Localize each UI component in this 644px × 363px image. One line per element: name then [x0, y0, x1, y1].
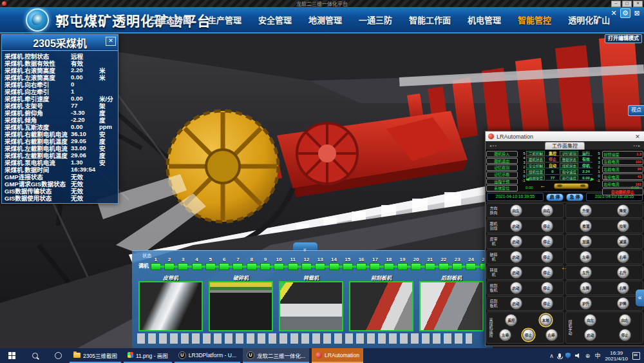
- nav-item[interactable]: 安全管理: [258, 14, 292, 26]
- support-status-cell[interactable]: 1: [149, 257, 162, 270]
- control-button-a[interactable]: 左降: [580, 282, 592, 294]
- lrautomation-close-icon[interactable]: ✕: [634, 133, 641, 140]
- support-status-cell[interactable]: 16: [354, 257, 368, 270]
- control-button-b[interactable]: 拉架: [617, 220, 629, 232]
- open-edit-mode-button[interactable]: 打开编辑模式: [605, 34, 642, 43]
- support-status-cell[interactable]: 9: [258, 257, 272, 270]
- telemetry-button[interactable]: 右截电流 96: [602, 166, 643, 173]
- stop-button[interactable]: 向右: [541, 204, 553, 217]
- control-button-b[interactable]: 护降: [617, 297, 629, 309]
- support-status-cell[interactable]: 14: [327, 257, 341, 270]
- mode-button[interactable]: 跟机投入: [486, 151, 518, 157]
- support-status-cell[interactable]: 3: [176, 257, 190, 270]
- network-globe-icon[interactable]: ⊕: [585, 353, 591, 359]
- support-status-cell[interactable]: 8: [245, 257, 258, 270]
- control-button-b[interactable]: 右牵: [617, 251, 629, 263]
- control-button-a[interactable]: 加速: [580, 235, 592, 248]
- support-status-cell[interactable]: 5: [204, 257, 217, 270]
- header-window-tool-icon[interactable]: ⊠: [632, 9, 641, 17]
- support-status-cell[interactable]: 19: [395, 257, 409, 270]
- camera-feed[interactable]: 前刮板机: [349, 274, 413, 331]
- header-settings-gear-icon[interactable]: ⚙: [620, 8, 630, 18]
- move-left-button[interactable]: 向左: [584, 314, 596, 326]
- notification-center-icon[interactable]: [632, 352, 640, 360]
- support-status-cell[interactable]: 24: [464, 257, 478, 270]
- tray-expand-icon[interactable]: ∧: [549, 353, 554, 359]
- taskbar-search-button[interactable]: [23, 348, 46, 363]
- stop-button[interactable]: 停止: [541, 251, 553, 263]
- camera-feed-image[interactable]: [138, 281, 203, 331]
- taskbar-app-screenshot-folder[interactable]: 2305三维截图: [70, 348, 121, 363]
- header-close-tool-icon[interactable]: ✕: [609, 9, 618, 17]
- support-status-cell[interactable]: 17: [368, 257, 382, 270]
- start-button[interactable]: 启动: [510, 266, 522, 279]
- support-status-cell[interactable]: 4: [190, 257, 204, 270]
- remote-button[interactable]: 遥控: [505, 314, 517, 326]
- stop-button[interactable]: 停止: [541, 220, 553, 232]
- support-status-cell[interactable]: 13: [314, 257, 327, 270]
- camera-feed-image[interactable]: [419, 281, 484, 331]
- mode-button[interactable]: 远程干预: [486, 179, 518, 185]
- viewpoint-tab[interactable]: 视点: [628, 105, 644, 116]
- nav-item[interactable]: 机电管理: [468, 14, 501, 26]
- mode-button[interactable]: 跟机退出: [486, 158, 518, 164]
- nav-item[interactable]: 智能管控: [518, 14, 551, 26]
- support-status-cell[interactable]: 10: [272, 257, 286, 270]
- nav-item[interactable]: 智能工作面: [409, 14, 451, 26]
- telemetry-button[interactable]: 左截电流 100: [602, 159, 643, 166]
- support-status-cell[interactable]: 12: [299, 257, 313, 270]
- control-button-b[interactable]: 右升: [617, 266, 629, 279]
- taskbar-app-lr3dplatform[interactable]: U LR3DPlatform - U...: [175, 348, 240, 363]
- camera-feed-image[interactable]: [349, 281, 413, 331]
- start-button[interactable]: [0, 348, 23, 363]
- taskbar-app-longruan-platform[interactable]: U 龙软二三维一体化...: [243, 348, 309, 363]
- control-button-b[interactable]: 右降: [617, 282, 629, 294]
- cortana-button[interactable]: [46, 348, 70, 363]
- stop-button[interactable]: 停止: [619, 329, 631, 341]
- start-button[interactable]: 启动: [510, 282, 522, 294]
- microphone-icon[interactable]: [558, 353, 561, 358]
- support-status-cell[interactable]: 11: [286, 257, 299, 270]
- haul-left-button[interactable]: 左牵: [499, 329, 511, 341]
- nav-item[interactable]: 生产管理: [208, 14, 242, 26]
- start-stop-button[interactable]: 启 停: [546, 193, 564, 201]
- move-right-button[interactable]: 向右: [619, 314, 631, 326]
- nav-item[interactable]: 三维态势图: [149, 14, 191, 26]
- control-button-a[interactable]: 护升: [580, 297, 592, 309]
- taskbar-app-lrautomation[interactable]: LRAutomation: [312, 348, 363, 363]
- control-button-a[interactable]: 左升: [580, 266, 592, 279]
- stop-button[interactable]: 停止: [541, 282, 553, 294]
- speaker-icon[interactable]: [575, 353, 581, 358]
- start-button[interactable]: 启动: [510, 220, 522, 232]
- control-button-a[interactable]: 升架: [580, 204, 592, 217]
- start-button[interactable]: 启动: [510, 297, 522, 309]
- taskbar-clock[interactable]: 16:39 2021/4/10: [605, 350, 628, 362]
- panel-close-icon[interactable]: ✕: [106, 37, 116, 46]
- support-status-cell[interactable]: 7: [231, 257, 245, 270]
- support-status-cell[interactable]: 23: [451, 257, 464, 270]
- camera-feed[interactable]: 皮带机: [138, 274, 203, 331]
- nav-item[interactable]: 透明化矿山: [568, 14, 610, 26]
- camera-feed-image[interactable]: [209, 281, 273, 331]
- camera-feed-image[interactable]: [279, 281, 343, 331]
- support-status-cell[interactable]: 20: [410, 257, 423, 270]
- camera-panel-collapse-tab[interactable]: «: [293, 242, 317, 250]
- security-shield-icon[interactable]: [565, 353, 571, 358]
- estop-button[interactable]: 急 停: [566, 193, 583, 201]
- support-status-cell[interactable]: 15: [341, 257, 354, 270]
- start-button[interactable]: 启动: [510, 251, 522, 263]
- haul-right-button[interactable]: 右牵: [545, 329, 558, 341]
- halt-button[interactable]: 停止: [522, 329, 535, 341]
- thumbnail-strip[interactable]: [137, 333, 472, 344]
- telemetry-button[interactable]: 左牵电流 41: [602, 173, 643, 181]
- mode-button[interactable]: 记忆示教: [486, 172, 518, 178]
- taskbar-app-paint[interactable]: 11.png - 画图: [124, 348, 172, 363]
- nav-item[interactable]: 地测管理: [308, 14, 342, 26]
- support-status-cell[interactable]: 2: [162, 257, 176, 270]
- mode-button[interactable]: 系统复位: [486, 185, 518, 191]
- start-button[interactable]: 启动: [584, 329, 596, 341]
- side-panel-collapse-tab[interactable]: «: [636, 289, 644, 306]
- camera-feed[interactable]: 破碎机: [209, 274, 273, 331]
- local-button[interactable]: 本地: [540, 314, 552, 326]
- stop-button[interactable]: 停止: [541, 297, 553, 309]
